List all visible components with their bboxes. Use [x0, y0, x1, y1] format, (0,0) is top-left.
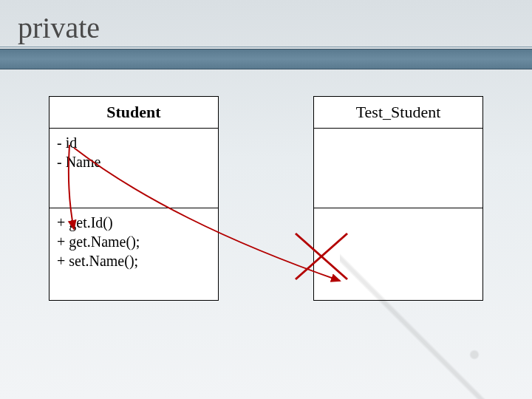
uml-class-test-student: Test_Student [313, 96, 483, 301]
op-getname: + get.Name(); [57, 232, 211, 251]
header-band [0, 49, 532, 69]
op-setname: + set.Name(); [57, 251, 211, 270]
op-getid: + get.Id() [57, 213, 211, 232]
attr-name: - Name [57, 152, 211, 171]
class-operations: + get.Id() + get.Name(); + set.Name(); [50, 208, 218, 300]
class-attributes: - id - Name [50, 129, 218, 208]
attr-id: - id [57, 133, 211, 152]
class-name: Student [50, 97, 218, 129]
class-attributes [314, 129, 482, 208]
class-operations [314, 208, 482, 300]
uml-class-student: Student - id - Name + get.Id() + get.Nam… [49, 96, 219, 301]
class-name: Test_Student [314, 97, 482, 129]
slide-title: private [18, 10, 100, 45]
